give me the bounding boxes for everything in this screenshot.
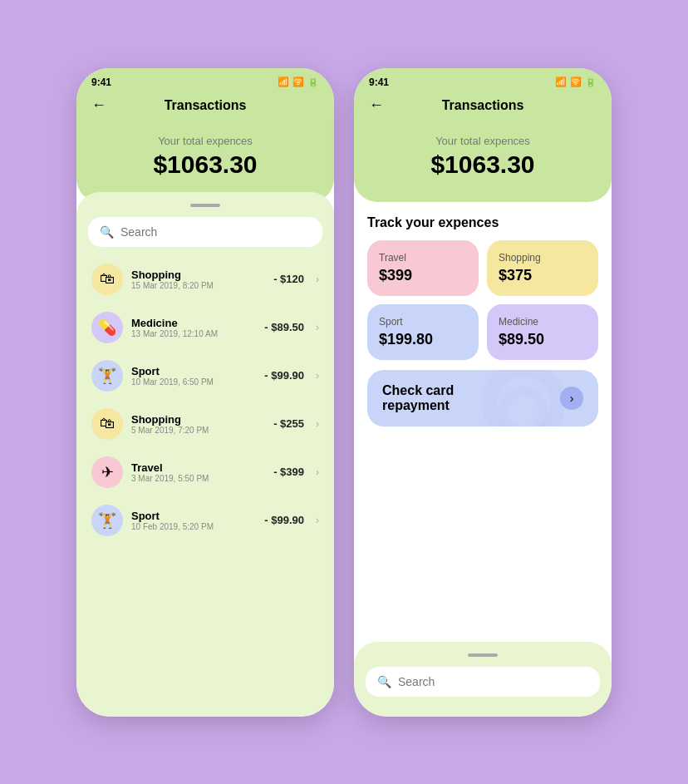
transaction-item[interactable]: 💊 Medicine 13 Mar 2019, 12:10 AM - $89.5… [88,303,322,352]
total-banner-left: Your total expences $1063.30 [76,121,334,202]
header-title-right: Transactions [442,98,524,113]
time-left: 9:41 [91,76,111,88]
transaction-arrow-icon: › [316,322,319,333]
bottom-search-panel: 🔍 [354,642,612,717]
phone-left: 9:41 📶 🛜 🔋 ← Transactions Your total exp… [76,68,334,717]
signal-icon-right: 📶 [555,76,567,87]
total-amount-left: $1063.30 [91,150,319,179]
transaction-name: Shopping [131,269,265,281]
transaction-icon: 🛍 [91,408,123,440]
category-card-shopping[interactable]: Shopping $375 [487,240,598,296]
search-icon-left: 🔍 [100,225,114,239]
signal-icon-left: 📶 [278,76,289,87]
category-card-travel[interactable]: Travel $399 [367,240,479,296]
status-bar-left: 9:41 📶 🛜 🔋 [76,68,334,93]
search-bar-left[interactable]: 🔍 [88,217,322,247]
wifi-icon-right: 🛜 [570,76,582,87]
phone-right: 9:41 📶 🛜 🔋 ← Transactions Your total exp… [354,68,612,717]
transaction-date: 10 Feb 2019, 5:20 PM [131,522,256,531]
transaction-amount: - $99.90 [264,369,304,382]
total-banner-right: Your total expences $1063.30 [354,121,612,202]
header-left: ← Transactions [76,93,334,121]
transaction-amount: - $89.50 [264,321,304,333]
transaction-arrow-icon: › [316,515,319,526]
transaction-amount: - $399 [273,466,304,478]
transaction-name: Medicine [131,317,256,329]
category-label-shopping: Shopping [499,252,587,264]
transaction-info: Shopping 5 Mar 2019, 7:20 PM [131,413,265,435]
transaction-date: 15 Mar 2019, 8:20 PM [131,281,265,290]
back-button-left[interactable]: ← [91,96,106,114]
transaction-icon: 🏋 [91,505,123,536]
category-amount-sport: $199.80 [379,331,467,348]
drag-handle-right [468,653,498,657]
transaction-name: Shopping [131,413,265,426]
transaction-date: 13 Mar 2019, 12:10 AM [131,329,256,338]
transaction-amount: - $255 [273,417,304,430]
category-label-travel: Travel [379,252,467,264]
header-title-left: Transactions [165,98,247,113]
transaction-item[interactable]: 🛍 Shopping 15 Mar 2019, 8:20 PM - $120 › [88,255,322,303]
category-card-medicine[interactable]: Medicine $89.50 [487,304,598,360]
drag-handle-left [190,204,220,207]
transaction-date: 5 Mar 2019, 7:20 PM [131,426,265,435]
track-title: Track your expences [367,215,598,230]
transaction-info: Travel 3 Mar 2019, 5:50 PM [131,461,265,483]
search-input-left[interactable] [120,225,311,239]
check-card-label: Check cardrepayment [382,383,454,413]
category-label-medicine: Medicine [499,316,587,328]
search-icon-right: 🔍 [377,675,391,688]
header-right: ← Transactions [354,93,612,121]
transaction-date: 3 Mar 2019, 5:50 PM [131,474,265,483]
transaction-arrow-icon: › [316,370,319,382]
total-label-right: Your total expences [369,135,597,147]
category-amount-shopping: $375 [499,267,587,284]
transaction-date: 10 Mar 2019, 6:50 PM [131,377,256,387]
category-amount-medicine: $89.50 [499,331,587,348]
check-card-arrow-icon: › [560,387,583,410]
check-card-button[interactable]: Check cardrepayment › [367,370,598,427]
list-panel-left: 🔍 🛍 Shopping 15 Mar 2019, 8:20 PM - $120… [76,192,334,717]
category-amount-travel: $399 [379,267,467,284]
transaction-arrow-icon: › [316,274,319,285]
transaction-info: Shopping 15 Mar 2019, 8:20 PM [131,269,265,290]
transaction-icon: 💊 [91,312,123,343]
transaction-icon: ✈ [91,456,123,488]
content-area-right: Track your expences Travel $399 Shopping… [354,202,612,642]
search-bar-right[interactable]: 🔍 [366,667,600,697]
transaction-name: Travel [131,461,265,474]
transaction-icon: 🏋 [91,360,123,392]
transaction-icon: 🛍 [91,264,123,295]
battery-icon-left: 🔋 [307,76,319,87]
total-amount-right: $1063.30 [369,150,597,179]
category-grid: Travel $399 Shopping $375 Sport $199.80 … [367,240,598,360]
category-card-sport[interactable]: Sport $199.80 [367,304,479,360]
back-button-right[interactable]: ← [369,96,384,114]
battery-icon-right: 🔋 [585,76,597,87]
search-input-right[interactable] [398,675,588,688]
wifi-icon-left: 🛜 [292,76,304,87]
status-icons-right: 📶 🛜 🔋 [555,76,597,87]
transaction-item[interactable]: 🏋 Sport 10 Feb 2019, 5:20 PM - $99.90 › [88,496,322,545]
time-right: 9:41 [369,76,389,88]
status-bar-right: 9:41 📶 🛜 🔋 [354,68,612,93]
transaction-name: Sport [131,365,256,377]
status-icons-left: 📶 🛜 🔋 [278,76,319,87]
transaction-name: Sport [131,510,256,522]
transaction-info: Sport 10 Mar 2019, 6:50 PM [131,365,256,387]
transaction-item[interactable]: ✈ Travel 3 Mar 2019, 5:50 PM - $399 › [88,448,322,496]
transaction-info: Medicine 13 Mar 2019, 12:10 AM [131,317,256,338]
transaction-item[interactable]: 🛍 Shopping 5 Mar 2019, 7:20 PM - $255 › [88,400,322,448]
transaction-list-left: 🛍 Shopping 15 Mar 2019, 8:20 PM - $120 ›… [88,255,322,545]
transaction-arrow-icon: › [316,418,319,430]
transaction-item[interactable]: 🏋 Sport 10 Mar 2019, 6:50 PM - $99.90 › [88,352,322,400]
total-label-left: Your total expences [91,135,319,147]
category-label-sport: Sport [379,316,467,328]
transaction-info: Sport 10 Feb 2019, 5:20 PM [131,510,256,531]
transaction-amount: - $99.90 [264,514,304,526]
transaction-arrow-icon: › [316,466,319,478]
transaction-amount: - $120 [273,273,304,285]
